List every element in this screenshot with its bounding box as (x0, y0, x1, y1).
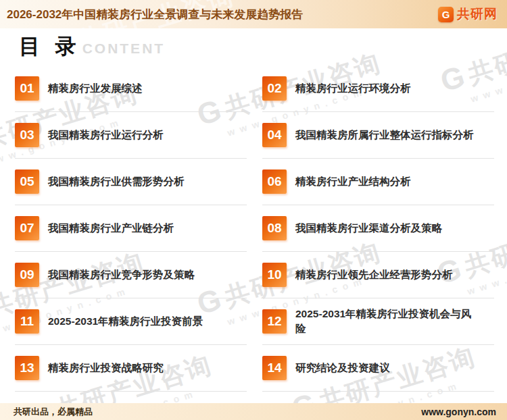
toc-item-number-badge: 05 (15, 169, 39, 194)
toc-item-04: 04 我国精装房所属行业整体运行指标分析 (262, 112, 494, 159)
toc-item-number-badge: 11 (15, 309, 39, 334)
toc-item-01: 01 精装房行业发展综述 (15, 65, 247, 112)
toc-item-label: 我国精装房所属行业整体运行指标分析 (295, 128, 474, 142)
toc-item-07: 07 我国精装房行业产业链分析 (15, 205, 247, 252)
logo-text: 共研网 (457, 5, 498, 23)
toc-item-12: 12 2025-2031年精装房行业投资机会与风险 (262, 298, 494, 345)
logo-g-icon: G (438, 7, 454, 22)
toc-item-label: 精装房行业发展综述 (48, 81, 143, 96)
toc-item-06: 06 精装房行业产业结构分析 (262, 159, 494, 205)
toc-item-number-badge: 14 (262, 356, 287, 380)
toc-item-label: 精装房行业产业结构分析 (295, 174, 411, 189)
toc-item-08: 08 我国精装房行业渠道分析及策略 (262, 205, 494, 252)
toc-item-09: 09 我国精装房行业竞争形势及策略 (15, 252, 247, 298)
toc-item-number-badge: 08 (262, 216, 287, 240)
toc-item-number-badge: 06 (262, 169, 287, 194)
footer-bar: 共研出品，必属精品 www.gonyn.com (0, 403, 507, 420)
toc-item-label: 精装房行业运行环境分析 (295, 81, 411, 96)
toc-item-label: 2025-2031年精装房行业投资前景 (48, 314, 203, 329)
brand-logo[interactable]: G 共研网 (438, 5, 498, 23)
toc-item-11: 11 2025-2031年精装房行业投资前景 (15, 298, 247, 345)
toc-heading-en: CONTENT (82, 41, 166, 57)
header-bar: G共研产业咨询 2026-2032年中国精装房行业全景调查与未来发展趋势报告 G… (0, 0, 507, 28)
toc-item-number-badge: 10 (262, 263, 287, 287)
toc-item-label: 精装房行业领先企业经营形势分析 (295, 267, 453, 282)
toc-item-label: 2025-2031年精装房行业投资机会与风险 (295, 307, 475, 337)
report-title: 2026-2032年中国精装房行业全景调查与未来发展趋势报告 (7, 7, 303, 22)
toc-item-label: 我国精装房行业渠道分析及策略 (295, 221, 442, 236)
toc-item-10: 10 精装房行业领先企业经营形势分析 (262, 252, 494, 298)
toc-item-02: 02 精装房行业运行环境分析 (262, 65, 494, 112)
toc-heading: 目 录 CONTENT (19, 32, 165, 61)
toc-item-number-badge: 04 (262, 123, 287, 147)
toc-item-label: 我国精装房行业供需形势分析 (48, 174, 185, 189)
toc-item-number-badge: 01 (15, 76, 39, 101)
toc-item-label: 研究结论及投资建议 (295, 361, 390, 375)
toc-item-label: 我国精装房行业产业链分析 (48, 221, 174, 236)
toc-heading-cn: 目 录 (19, 32, 81, 61)
toc-item-number-badge: 07 (15, 216, 39, 240)
watermark-logo-glyph: G (46, 25, 80, 28)
toc-item-03: 03 我国精装房行业运行分析 (15, 112, 247, 159)
footer-slogan: 共研出品，必属精品 (14, 406, 93, 418)
toc-item-14: 14 研究结论及投资建议 (262, 345, 494, 392)
footer-website-link[interactable]: www.gonyn.com (421, 406, 496, 417)
toc-item-number-badge: 12 (262, 309, 287, 334)
toc-item-number-badge: 02 (262, 76, 287, 101)
toc-item-label: 我国精装房行业竞争形势及策略 (48, 267, 195, 282)
toc-item-number-badge: 09 (15, 263, 39, 287)
toc-item-label: 精装房行业投资战略研究 (48, 361, 164, 375)
toc-item-label: 我国精装房行业运行分析 (48, 128, 164, 142)
toc-item-number-badge: 13 (15, 356, 39, 380)
toc-item-number-badge: 03 (15, 123, 39, 147)
toc-item-05: 05 我国精装房行业供需形势分析 (15, 159, 247, 205)
toc-grid: 01 精装房行业发展综述 02 精装房行业运行环境分析 03 我国精装房行业运行… (15, 65, 494, 392)
toc-item-13: 13 精装房行业投资战略研究 (15, 345, 247, 392)
